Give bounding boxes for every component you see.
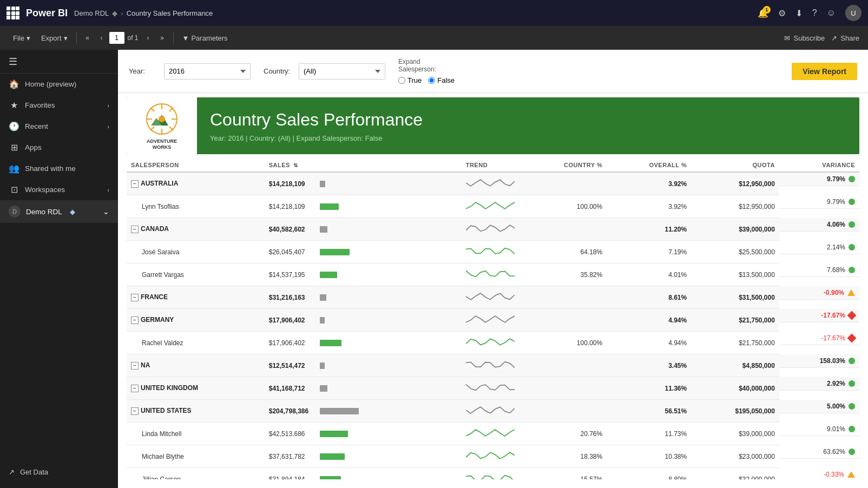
cell-quota: $23,000,000: [691, 445, 779, 468]
file-menu[interactable]: File ▾: [9, 32, 35, 44]
table-row: −FRANCE$31,216,1638.61%$31,500,000-0.90%: [127, 286, 859, 309]
variance-value: -0.33%: [824, 471, 844, 478]
sparkline-svg: [466, 312, 515, 327]
cell-sales: $14,218,109: [265, 172, 462, 195]
breadcrumb-demo-rdl[interactable]: Demo RDL: [74, 9, 109, 17]
sidebar-item-shared-label: Shared with me: [25, 164, 76, 173]
cell-trend: [462, 423, 521, 445]
year-select[interactable]: 2016: [164, 63, 251, 80]
sales-amount: $204,798,386: [269, 407, 318, 415]
sales-bar: [320, 431, 348, 437]
sidebar-item-recent[interactable]: 🕐 Recent ›: [0, 116, 118, 137]
sales-bar: [320, 317, 325, 324]
true-radio-item[interactable]: True: [398, 76, 422, 84]
settings-button[interactable]: ⚙: [778, 8, 786, 18]
expand-button[interactable]: −: [131, 407, 139, 415]
false-radio[interactable]: [428, 77, 435, 84]
first-page-button[interactable]: «: [81, 31, 94, 44]
cell-variance: 9.79%: [779, 195, 859, 209]
true-label: True: [407, 76, 422, 84]
cell-quota: $13,500,000: [691, 263, 779, 286]
sidebar-item-recent-label: Recent: [25, 122, 48, 130]
waffle-menu[interactable]: [6, 6, 19, 19]
share-button[interactable]: ↗ Share: [831, 34, 859, 42]
cell-country-pct: [521, 172, 607, 195]
cell-sales: $204,798,386: [265, 400, 462, 423]
cell-overall-pct: 11.73%: [607, 423, 691, 445]
cell-variance: 63.62%: [779, 445, 859, 459]
user-avatar[interactable]: U: [845, 5, 862, 21]
get-data-button[interactable]: ↗ Get Data: [9, 463, 109, 482]
sidebar-item-favorites[interactable]: ★ Favorites ›: [0, 95, 118, 116]
status-indicator: [849, 403, 855, 410]
parameters-label: Parameters: [191, 34, 227, 42]
breadcrumb-sep1: ◆: [112, 9, 117, 17]
table-row: −CANADA$40,582,60211.20%$39,000,0004.06%: [127, 218, 859, 241]
col-overall-pct: OVERALL %: [607, 159, 691, 172]
cell-trend: [462, 468, 521, 480]
page-total: of 1: [128, 34, 139, 42]
variance-value: 9.79%: [827, 198, 845, 206]
parameters-button[interactable]: ▼ Parameters: [178, 32, 232, 44]
share-label: Share: [840, 34, 859, 42]
sidebar-item-apps[interactable]: ⊞ Apps: [0, 137, 118, 158]
cell-salesperson: −UNITED STATES: [127, 400, 265, 423]
col-salesperson[interactable]: SALESPERSON: [127, 159, 265, 172]
country-select[interactable]: (All): [299, 63, 385, 80]
row-name: Garrett Vargas: [142, 271, 184, 279]
expand-button[interactable]: −: [131, 294, 139, 301]
table-row: −GERMANY$17,906,4024.94%$21,750,000-17.6…: [127, 309, 859, 332]
breadcrumb-report: Country Sales Performance: [127, 9, 213, 17]
last-page-button[interactable]: »: [156, 31, 169, 44]
subscribe-button[interactable]: ✉ Subscribe: [784, 34, 825, 42]
table-row: Michael Blythe$37,631,78218.38%10.38%$23…: [127, 445, 859, 468]
cell-country-pct: 35.82%: [521, 263, 607, 286]
status-indicator: [847, 311, 857, 320]
view-report-button[interactable]: View Report: [792, 63, 857, 80]
sidebar-item-workspaces[interactable]: ⊡ Workspaces ›: [0, 179, 118, 200]
svg-line-8: [150, 127, 154, 130]
cell-variance: 158.03%: [779, 354, 859, 368]
cell-salesperson: −CANADA: [127, 218, 265, 241]
cell-salesperson: −NA: [127, 354, 265, 377]
expand-button[interactable]: −: [131, 362, 139, 370]
notification-button[interactable]: 🔔 1: [758, 8, 768, 18]
cell-sales: $31,894,184: [265, 468, 462, 480]
sidebar-item-home[interactable]: 🏠 Home (preview): [0, 74, 118, 95]
false-radio-item[interactable]: False: [428, 76, 455, 84]
expand-button[interactable]: −: [131, 316, 139, 324]
export-menu[interactable]: Export ▾: [37, 32, 72, 44]
cell-quota: $21,750,000: [691, 332, 779, 354]
params-bar: Year: 2016 Country: (All) ExpandSalesper…: [118, 50, 868, 93]
cell-sales: $17,906,402: [265, 332, 462, 354]
cell-country-pct: [521, 286, 607, 309]
demo-rdl-label: Demo RDL: [26, 208, 62, 216]
hamburger-menu[interactable]: ☰: [9, 56, 17, 68]
download-button[interactable]: ⬇: [795, 8, 803, 18]
page-number-input[interactable]: [109, 32, 124, 44]
cell-overall-pct: 4.01%: [607, 263, 691, 286]
export-label: Export: [41, 34, 62, 42]
prev-page-button[interactable]: ‹: [95, 31, 108, 44]
status-indicator: [849, 426, 855, 432]
apps-icon: ⊞: [9, 142, 19, 153]
expand-button[interactable]: −: [131, 226, 139, 233]
expand-button[interactable]: −: [131, 180, 139, 188]
variance-value: 4.06%: [827, 221, 845, 228]
expand-button[interactable]: −: [131, 385, 139, 392]
filter-icon: ▼: [182, 34, 189, 42]
next-page-button[interactable]: ›: [142, 31, 155, 44]
col-sales[interactable]: SALES ⇅: [265, 159, 462, 172]
feedback-button[interactable]: ☺: [827, 8, 836, 18]
sidebar-bottom: ↗ Get Data: [0, 456, 118, 488]
cell-quota: $39,000,000: [691, 423, 779, 445]
sidebar-item-demo-rdl[interactable]: D Demo RDL ◆ ⌄: [0, 200, 118, 223]
help-button[interactable]: ?: [812, 8, 817, 18]
cell-salesperson: Jillian Carson: [127, 468, 265, 480]
cell-overall-pct: 7.19%: [607, 241, 691, 263]
cell-sales: $14,537,195: [265, 263, 462, 286]
cell-sales: $40,582,602: [265, 218, 462, 241]
cell-sales: $12,514,472: [265, 354, 462, 377]
true-radio[interactable]: [398, 77, 405, 84]
sidebar-item-shared[interactable]: 👥 Shared with me: [0, 158, 118, 179]
